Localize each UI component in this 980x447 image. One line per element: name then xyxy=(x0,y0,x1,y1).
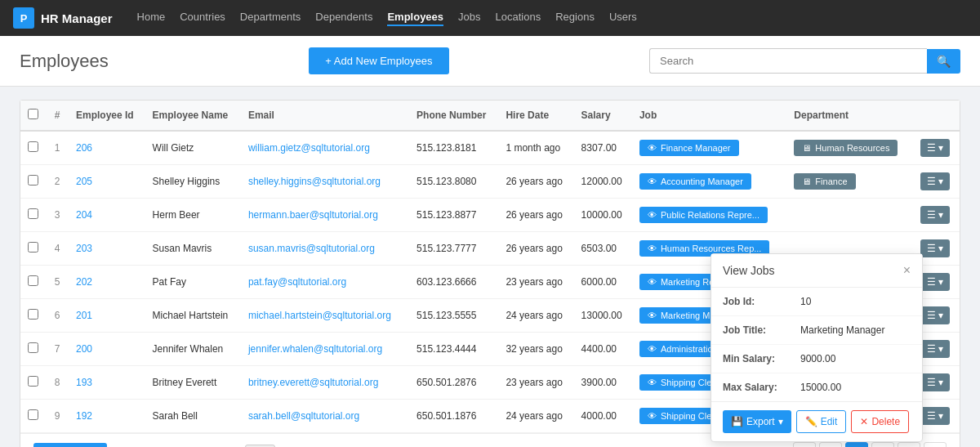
popup-field-value: 10 xyxy=(800,296,811,307)
popup-pencil-icon: ✏️ xyxy=(805,416,817,427)
row-checkbox[interactable] xyxy=(28,342,38,353)
popup-field-row: Job Id: 10 xyxy=(711,288,922,316)
popup-delete-label: Delete xyxy=(871,416,900,427)
nav-link-dependents[interactable]: Dependents xyxy=(315,11,372,26)
nav-link-employees[interactable]: Employees xyxy=(387,11,443,26)
row-checkbox[interactable] xyxy=(28,275,38,286)
pagination-last-»[interactable]: » xyxy=(924,442,947,447)
row-action-button[interactable]: ☰ ▾ xyxy=(920,306,950,324)
job-badge[interactable]: 👁 Accounting Manager xyxy=(639,173,751,190)
popup-close-button[interactable]: × xyxy=(903,264,911,277)
table-row: 1 206 Will Gietz william.gietz@sqltutori… xyxy=(20,131,960,165)
row-phone: 603.123.6666 xyxy=(410,266,499,299)
nav-links: HomeCountriesDepartmentsDependentsEmploy… xyxy=(137,11,637,26)
row-dept: 🖥 Human Resources xyxy=(787,131,913,165)
action-dropdown-icon: ▾ xyxy=(938,377,943,388)
row-checkbox[interactable] xyxy=(28,309,38,320)
row-checkbox[interactable] xyxy=(28,376,38,387)
action-menu-icon: ☰ xyxy=(927,377,936,388)
pagination-first-«[interactable]: « xyxy=(793,442,816,447)
col-hire-date: Hire Date xyxy=(499,101,574,131)
pagination-page-2[interactable]: 2 xyxy=(871,442,894,447)
row-action-button[interactable]: ☰ ▾ xyxy=(920,373,950,391)
dept-badge[interactable]: 🖥 Human Resources xyxy=(794,140,898,156)
page-title: Employees xyxy=(20,51,109,72)
eye-icon: 👁 xyxy=(648,344,657,354)
job-badge[interactable]: 👁 Public Relations Repre... xyxy=(639,207,768,223)
row-action-button[interactable]: ☰ ▾ xyxy=(920,139,950,157)
action-menu-icon: ☰ xyxy=(927,310,936,321)
row-salary: 8307.00 xyxy=(575,131,633,165)
row-email: shelley.higgins@sqltutorial.org xyxy=(242,165,410,199)
row-hire-date: 24 years ago xyxy=(499,400,574,433)
row-job: 👁 Finance Manager xyxy=(633,131,787,165)
row-checkbox[interactable] xyxy=(28,141,38,152)
row-name: Michael Hartstein xyxy=(146,299,242,333)
nav-link-regions[interactable]: Regions xyxy=(555,11,595,26)
popup-edit-button[interactable]: ✏️ Edit xyxy=(796,410,847,433)
employee-email-link[interactable]: britney.everett@sqltutorial.org xyxy=(248,377,378,388)
popup-delete-button[interactable]: ✕ Delete xyxy=(851,410,909,433)
employee-id-link[interactable]: 193 xyxy=(76,377,92,388)
nav-link-countries[interactable]: Countries xyxy=(180,11,225,26)
employee-id-link[interactable]: 192 xyxy=(76,410,92,422)
select-all-checkbox[interactable] xyxy=(28,109,38,119)
employee-id-link[interactable]: 205 xyxy=(76,176,92,187)
nav-link-locations[interactable]: Locations xyxy=(496,11,541,26)
row-hire-date: 26 years ago xyxy=(499,165,574,199)
pagination-prev-‹[interactable]: ‹ xyxy=(819,442,842,447)
row-checkbox[interactable] xyxy=(28,242,38,253)
popup-title: View Jobs xyxy=(723,264,775,277)
eye-icon: 👁 xyxy=(648,311,657,320)
employee-email-link[interactable]: hermann.baer@sqltutorial.org xyxy=(248,209,378,221)
employee-id-link[interactable]: 200 xyxy=(76,343,92,355)
employee-id-link[interactable]: 206 xyxy=(76,142,92,154)
row-checkbox-cell xyxy=(20,366,45,400)
row-hire-date: 26 years ago xyxy=(499,232,574,266)
pagination-next-›[interactable]: › xyxy=(898,442,920,447)
row-checkbox-cell xyxy=(20,333,45,366)
employee-id-link[interactable]: 203 xyxy=(76,243,92,254)
row-action-button[interactable]: ☰ ▾ xyxy=(920,239,950,257)
nav-link-jobs[interactable]: Jobs xyxy=(458,11,480,26)
pagination-page-1[interactable]: 1 xyxy=(845,442,868,447)
popup-export-button[interactable]: 💾 Export ▾ xyxy=(723,410,791,433)
row-action-button[interactable]: ☰ ▾ xyxy=(920,407,950,425)
row-action-button[interactable]: ☰ ▾ xyxy=(920,273,950,291)
eye-icon: 👁 xyxy=(648,244,657,253)
row-action-button[interactable]: ☰ ▾ xyxy=(920,206,950,224)
search-input[interactable] xyxy=(649,48,927,74)
nav-link-home[interactable]: Home xyxy=(137,11,166,26)
job-badge[interactable]: 👁 Finance Manager xyxy=(639,140,739,156)
employee-id-link[interactable]: 204 xyxy=(76,209,92,221)
eye-icon: 👁 xyxy=(648,378,657,387)
eye-icon: 👁 xyxy=(648,210,657,220)
employee-email-link[interactable]: jennifer.whalen@sqltutorial.org xyxy=(248,343,382,355)
dept-icon: 🖥 xyxy=(802,143,811,153)
row-id: 201 xyxy=(69,299,146,333)
employee-email-link[interactable]: william.gietz@sqltutorial.org xyxy=(248,142,370,154)
row-checkbox[interactable] xyxy=(28,175,38,186)
table-header-row: # Employee Id Employee Name Email Phone … xyxy=(20,101,960,131)
employee-email-link[interactable]: shelley.higgins@sqltutorial.org xyxy=(248,176,381,187)
employee-id-link[interactable]: 201 xyxy=(76,310,92,321)
row-action-button[interactable]: ☰ ▾ xyxy=(920,172,950,190)
row-checkbox-cell xyxy=(20,232,45,266)
row-checkbox[interactable] xyxy=(28,208,38,219)
search-button[interactable]: 🔍 xyxy=(927,49,960,74)
employee-email-link[interactable]: michael.hartstein@sqltutorial.org xyxy=(248,310,391,321)
employee-email-link[interactable]: sarah.bell@sqltutorial.org xyxy=(248,410,359,422)
add-employees-button[interactable]: + Add New Employees xyxy=(309,47,448,74)
export-button[interactable]: 💾 Export ▾ xyxy=(33,443,107,447)
row-name: Jennifer Whalen xyxy=(146,333,242,366)
row-id: 200 xyxy=(69,333,146,366)
dept-badge[interactable]: 🖥 Finance xyxy=(794,173,855,190)
employee-id-link[interactable]: 202 xyxy=(76,276,92,288)
nav-link-users[interactable]: Users xyxy=(609,11,637,26)
nav-link-departments[interactable]: Departments xyxy=(240,11,301,26)
employee-email-link[interactable]: susan.mavris@sqltutorial.org xyxy=(248,243,375,254)
row-salary: 12000.00 xyxy=(575,165,633,199)
row-action-button[interactable]: ☰ ▾ xyxy=(920,340,950,358)
employee-email-link[interactable]: pat.fay@sqltutorial.org xyxy=(248,276,346,288)
row-checkbox[interactable] xyxy=(28,409,38,420)
